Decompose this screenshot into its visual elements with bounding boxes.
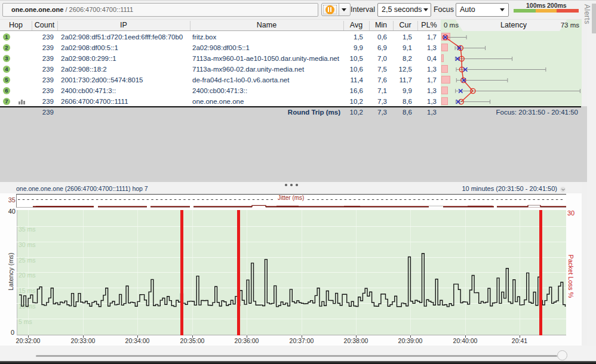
svg-text:15 ms: 15 ms [19,287,36,294]
svg-text:20 ms: 20 ms [19,272,36,279]
svg-text:25 ms: 25 ms [19,257,36,264]
svg-text:35 ms: 35 ms [19,226,36,233]
svg-text:30 ms: 30 ms [19,241,36,248]
svg-text:5 ms: 5 ms [19,318,32,325]
